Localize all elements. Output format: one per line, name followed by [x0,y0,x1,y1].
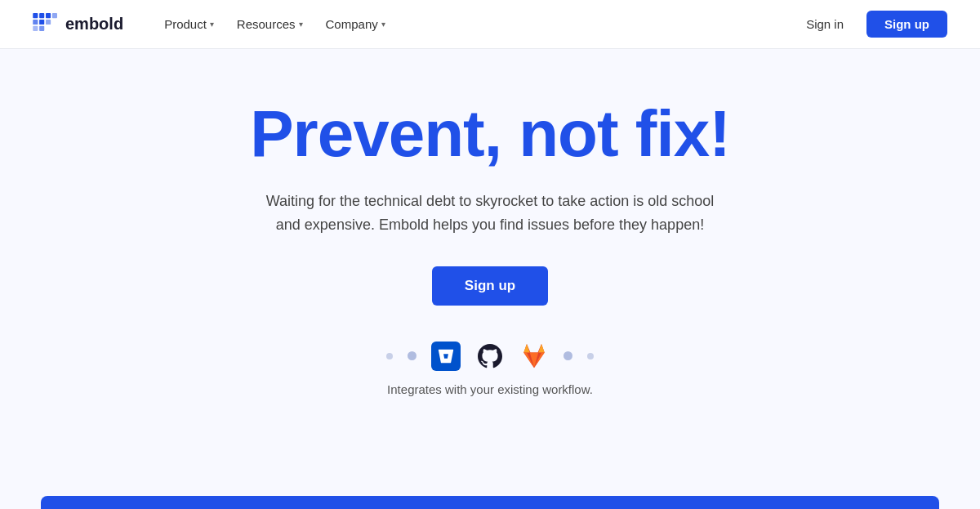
bottom-bar [41,496,939,509]
svg-rect-5 [39,19,44,24]
resources-chevron-icon: ▾ [299,20,303,29]
svg-rect-3 [52,13,57,18]
integrations-row [386,342,594,371]
navbar-left: embold Product ▾ Resources ▾ Company ▾ [33,12,394,36]
hero-title: Prevent, not fix! [250,98,730,170]
svg-rect-6 [46,19,51,24]
nav-item-company[interactable]: Company ▾ [318,12,394,36]
svg-rect-2 [46,13,51,18]
svg-rect-4 [33,19,38,24]
signup-nav-button[interactable]: Sign up [866,11,947,38]
product-label: Product [164,17,207,31]
nav-links: Product ▾ Resources ▾ Company ▾ [156,12,394,36]
github-icon [475,342,505,371]
nav-item-product[interactable]: Product ▾ [156,12,222,36]
integration-dot-2 [408,351,416,360]
product-chevron-icon: ▾ [210,20,214,29]
nav-item-resources[interactable]: Resources ▾ [229,12,311,36]
company-chevron-icon: ▾ [381,20,385,29]
signup-hero-button[interactable]: Sign up [432,266,548,306]
svg-rect-7 [33,25,38,30]
gitlab-icon [519,342,549,371]
resources-label: Resources [237,17,296,31]
logo-link[interactable]: embold [33,13,123,36]
integrations-text: Integrates with your existing workflow. [387,382,593,396]
svg-rect-0 [33,13,38,18]
integration-dot-4 [587,353,594,359]
navbar-right: Sign in Sign up [796,11,947,38]
signin-button[interactable]: Sign in [796,12,853,36]
svg-rect-1 [39,13,44,18]
logo-text: embold [65,15,123,33]
integration-dot-3 [564,351,572,360]
svg-rect-8 [39,25,44,30]
company-label: Company [326,17,378,31]
hero-subtitle: Waiting for the technical debt to skyroc… [261,190,719,237]
integration-dot-1 [386,353,393,359]
bitbucket-icon [431,342,461,371]
navbar: embold Product ▾ Resources ▾ Company ▾ S… [0,0,980,49]
logo-icon [33,13,59,36]
hero-section: Prevent, not fix! Waiting for the techni… [0,49,980,421]
